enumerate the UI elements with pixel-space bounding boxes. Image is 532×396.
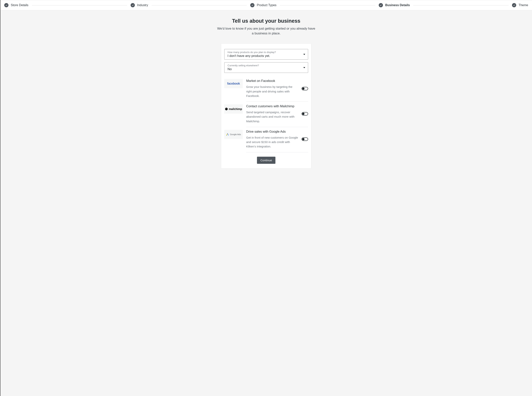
select-value: No — [228, 67, 301, 71]
integration-desc: Grow your business by targeting the righ… — [246, 85, 298, 98]
selling-elsewhere-select[interactable]: Currently selling elsewhere? No — [224, 62, 308, 73]
step-label: Theme — [519, 3, 528, 7]
svg-point-0 — [225, 108, 228, 110]
integrations-list: facebook Market on Facebook Grow your bu… — [224, 76, 308, 152]
step-industry[interactable]: Industry — [130, 3, 148, 7]
page: Tell us about your business We'd love to… — [0, 10, 532, 180]
select-label: How many products do you plan to display… — [228, 51, 301, 54]
googleads-icon — [226, 133, 229, 136]
step-store-details[interactable]: Store Details — [4, 3, 29, 7]
googleads-logo: Google Ads — [224, 130, 243, 139]
step-label: Product Types — [257, 3, 276, 7]
step-label: Business Details — [385, 3, 410, 7]
step-product-types[interactable]: Product Types — [250, 3, 276, 7]
facebook-logo: facebook — [224, 79, 243, 88]
select-label: Currently selling elsewhere? — [228, 64, 301, 67]
form-card: How many products do you plan to display… — [221, 43, 311, 169]
googleads-toggle[interactable] — [301, 137, 308, 141]
page-title: Tell us about your business — [232, 18, 300, 24]
step-business-details[interactable]: Business Details — [379, 3, 410, 7]
integration-body: Contact customers with Mailchimp Send ta… — [246, 104, 308, 127]
svg-point-2 — [226, 135, 227, 135]
integration-body: Drive sales with Google Ads Get in front… — [246, 130, 308, 152]
check-icon — [512, 3, 516, 7]
integration-title: Drive sales with Google Ads — [246, 130, 298, 134]
chevron-down-icon — [303, 67, 305, 68]
continue-button[interactable]: Continue — [257, 157, 275, 164]
product-count-select[interactable]: How many products do you plan to display… — [224, 49, 308, 60]
integration-desc: Get in front of new customers on Google … — [246, 135, 298, 149]
integration-mailchimp: mailchimp Contact customers with Mailchi… — [224, 102, 308, 127]
svg-point-1 — [226, 108, 227, 109]
check-icon — [250, 3, 254, 7]
integration-desc: Send targeted campaigns, recover abandon… — [246, 110, 298, 123]
step-theme[interactable]: Theme — [512, 3, 528, 7]
mailchimp-toggle[interactable] — [301, 112, 308, 116]
check-icon — [4, 3, 8, 7]
check-icon — [130, 3, 135, 7]
mailchimp-logo: mailchimp — [224, 104, 243, 114]
integration-title: Contact customers with Mailchimp — [246, 104, 298, 108]
integration-title: Market on Facebook — [246, 79, 298, 83]
chevron-down-icon — [303, 54, 305, 55]
facebook-toggle[interactable] — [301, 87, 308, 90]
integration-body: Market on Facebook Grow your business by… — [246, 79, 308, 102]
page-subtitle: We'd love to know if you are just gettin… — [216, 26, 316, 36]
step-label: Industry — [137, 3, 148, 7]
form-actions: Continue — [224, 157, 308, 164]
integration-facebook: facebook Market on Facebook Grow your bu… — [224, 76, 308, 102]
wizard-stepper: Store Details Industry Product Types Bus… — [0, 0, 532, 10]
step-label: Store Details — [11, 3, 29, 7]
integration-googleads: Google Ads Drive sales with Google Ads G… — [224, 127, 308, 152]
select-value: I don't have any products yet. — [228, 54, 301, 58]
check-icon — [379, 3, 383, 7]
mailchimp-icon — [225, 107, 228, 111]
